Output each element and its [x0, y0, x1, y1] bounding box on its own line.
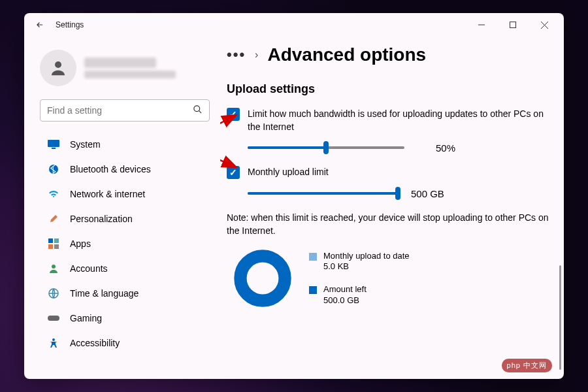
app-title: Settings — [56, 20, 84, 29]
window-controls — [467, 15, 559, 35]
sidebar-item-label: Time & language — [70, 288, 139, 299]
avatar — [40, 50, 76, 86]
monthly-checkbox[interactable] — [227, 166, 240, 179]
profile-email-redacted — [84, 71, 176, 78]
monthly-slider-row: 500 GB — [248, 187, 551, 200]
sidebar-item-system[interactable]: System — [40, 132, 210, 157]
swatch-icon — [309, 253, 317, 261]
globe-icon — [48, 287, 59, 299]
svg-line-6 — [199, 110, 201, 113]
svg-point-4 — [55, 61, 61, 68]
scrollbar[interactable] — [559, 265, 561, 370]
bandwidth-limit-row: Limit how much bandwidth is used for upl… — [227, 108, 551, 133]
monitor-icon — [48, 139, 59, 150]
svg-rect-11 — [54, 238, 59, 243]
sidebar-item-label: Gaming — [70, 313, 102, 323]
svg-rect-8 — [52, 148, 56, 149]
sidebar-item-label: Personalization — [70, 214, 133, 224]
close-button[interactable] — [530, 15, 559, 35]
donut-chart — [233, 249, 292, 308]
sidebar-item-gaming[interactable]: Gaming — [40, 306, 210, 331]
svg-rect-10 — [48, 238, 53, 243]
bandwidth-label: Limit how much bandwidth is used for upl… — [248, 108, 551, 133]
monthly-slider[interactable] — [248, 187, 398, 200]
monthly-note: Note: when this limit is reached, your d… — [227, 212, 551, 237]
bandwidth-checkbox[interactable] — [227, 108, 240, 121]
svg-point-5 — [194, 105, 200, 111]
minimize-button[interactable] — [467, 15, 496, 35]
bandwidth-slider[interactable] — [248, 141, 404, 154]
svg-rect-7 — [48, 140, 59, 147]
svg-point-17 — [52, 338, 55, 341]
page-title: Advanced options — [267, 44, 426, 65]
monthly-value: 500 GB — [411, 188, 450, 199]
accessibility-icon — [48, 337, 59, 349]
sidebar-item-label: Apps — [70, 238, 91, 249]
legend-text: Monthly upload to date 5.0 KB — [323, 251, 410, 273]
sidebar-item-label: Accounts — [70, 263, 108, 274]
titlebar: Settings — [24, 13, 564, 37]
profile-block[interactable] — [40, 50, 210, 86]
svg-line-22 — [220, 143, 237, 167]
section-heading: Upload settings — [227, 82, 551, 96]
back-button[interactable] — [29, 14, 50, 35]
svg-rect-16 — [48, 316, 59, 321]
monthly-label: Monthly upload limit — [248, 166, 551, 179]
search-icon — [193, 105, 203, 117]
breadcrumb: ••• › Advanced options — [227, 44, 551, 65]
svg-rect-13 — [54, 244, 59, 249]
watermark: php 中文网 — [502, 359, 552, 372]
maximize-button[interactable] — [498, 15, 527, 35]
sidebar: System Bluetooth & devices Network & int… — [24, 37, 220, 379]
legend-text: Amount left 500.0 GB — [323, 284, 367, 306]
profile-name-redacted — [84, 57, 156, 68]
chevron-right-icon: › — [255, 49, 258, 61]
settings-window: Settings System B — [24, 13, 564, 379]
search-input[interactable] — [47, 105, 193, 116]
legend-row-left: Amount left 500.0 GB — [309, 284, 410, 306]
wifi-icon — [48, 188, 59, 200]
sidebar-item-time-language[interactable]: Time & language — [40, 281, 210, 306]
svg-rect-1 — [510, 22, 516, 28]
sidebar-item-accounts[interactable]: Accounts — [40, 256, 210, 281]
profile-text — [84, 57, 176, 78]
sidebar-item-label: System — [70, 139, 101, 150]
sidebar-item-network[interactable]: Network & internet — [40, 182, 210, 206]
sidebar-item-apps[interactable]: Apps — [40, 231, 210, 256]
game-icon — [48, 312, 59, 324]
sidebar-item-personalization[interactable]: Personalization — [40, 206, 210, 231]
chart-legend: Monthly upload to date 5.0 KB Amount lef… — [309, 251, 410, 307]
person-icon — [48, 263, 59, 274]
monthly-limit-row: Monthly upload limit — [227, 166, 551, 179]
search-box[interactable] — [40, 99, 210, 122]
legend-row-uploaded: Monthly upload to date 5.0 KB — [309, 251, 410, 273]
bluetooth-icon — [48, 163, 59, 175]
sidebar-item-bluetooth[interactable]: Bluetooth & devices — [40, 157, 210, 182]
sidebar-item-label: Bluetooth & devices — [70, 164, 151, 174]
svg-point-18 — [240, 256, 285, 301]
upload-chart: Monthly upload to date 5.0 KB Amount lef… — [233, 249, 551, 308]
svg-rect-12 — [48, 244, 53, 249]
svg-point-14 — [52, 265, 56, 269]
swatch-icon — [309, 286, 317, 294]
breadcrumb-more-button[interactable]: ••• — [227, 46, 246, 63]
bandwidth-slider-row: 50% — [248, 141, 551, 154]
bandwidth-value: 50% — [436, 142, 475, 154]
brush-icon — [48, 213, 59, 225]
sidebar-item-accessibility[interactable]: Accessibility — [40, 331, 210, 355]
nav-list: System Bluetooth & devices Network & int… — [40, 132, 210, 355]
apps-icon — [48, 238, 59, 250]
main-content: ••• › Advanced options Upload settings L… — [220, 37, 564, 379]
sidebar-item-label: Network & internet — [70, 189, 145, 199]
sidebar-item-label: Accessibility — [70, 338, 120, 348]
